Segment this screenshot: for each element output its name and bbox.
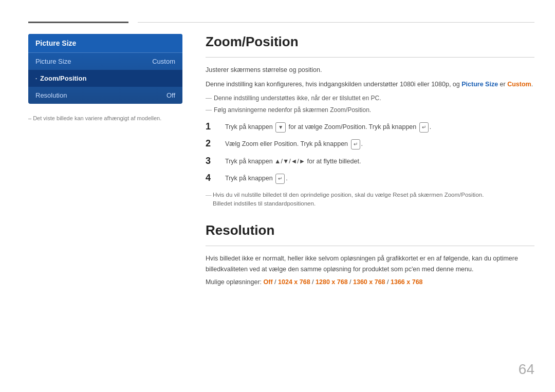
zoom-position-title: Zoom/Position	[206, 34, 534, 50]
section-divider-2	[206, 246, 534, 246]
menu-item-resolution[interactable]: Resolution Off	[28, 87, 182, 104]
menu-item-picture-size[interactable]: Picture Size Custom	[28, 53, 182, 70]
step-3-text: Tryk på knappen ▲/▼/◄/► for at flytte bi…	[225, 155, 361, 166]
step-2: 2 Vælg Zoom eller Position. Tryk på knap…	[206, 138, 534, 150]
top-line-long	[138, 22, 534, 23]
zoom-subtitle: Justerer skærmens størrelse og position.	[206, 65, 534, 75]
step-2-text: Vælg Zoom eller Position. Tryk på knappe…	[225, 138, 363, 150]
menu-item-resolution-value: Off	[166, 91, 175, 99]
section-divider-1	[206, 57, 534, 58]
right-content: Zoom/Position Justerer skærmens størrels…	[206, 34, 534, 286]
step-4-text: Tryk på knappen ↵.	[225, 172, 288, 184]
btn-enter-2: ↵	[351, 139, 360, 150]
top-line-short	[28, 22, 128, 23]
note-follow: Følg anvisningerne nedenfor på skærmen Z…	[206, 105, 534, 115]
resolution-title: Resolution	[206, 222, 534, 238]
zoom-note1: Denne indstilling kan konfigureres, hvis…	[206, 79, 534, 89]
menu-item-resolution-label: Resolution	[35, 91, 67, 99]
step-number-2: 2	[206, 138, 221, 150]
menu-item-zoom-position[interactable]: · Zoom/Position	[28, 70, 182, 87]
top-lines	[0, 22, 555, 23]
step-1: 1 Tryk på knappen ▼ for at vælge Zoom/Po…	[206, 121, 534, 133]
step-4: 4 Tryk på knappen ↵.	[206, 172, 534, 184]
resolution-section: Resolution Hvis billedet ikke er normalt…	[206, 222, 534, 286]
active-dot: ·	[35, 76, 37, 82]
note-pc: Denne indstilling understøttes ikke, når…	[206, 94, 534, 103]
btn-down: ▼	[275, 122, 286, 133]
btn-enter-4: ↵	[275, 174, 285, 184]
model-note: – Det viste billede kan variere afhængig…	[28, 115, 182, 121]
page-number: 64	[519, 361, 534, 378]
step-3: 3 Tryk på knappen ▲/▼/◄/► for at flytte …	[206, 155, 534, 167]
menu-box: Picture Size Picture Size Custom · Zoom/…	[28, 34, 182, 104]
step-note: Hvis du vil nulstille billedet til den o…	[206, 191, 534, 209]
left-panel: Picture Size Picture Size Custom · Zoom/…	[28, 34, 182, 121]
menu-item-picture-size-label: Picture Size	[35, 58, 71, 65]
menu-title: Picture Size	[28, 34, 182, 53]
resolution-desc: Hvis billedet ikke er normalt, heller ik…	[206, 253, 534, 274]
btn-enter-1: ↵	[419, 122, 429, 133]
step-1-text: Tryk på knappen ▼ for at vælge Zoom/Posi…	[225, 121, 431, 133]
steps-list: 1 Tryk på knappen ▼ for at vælge Zoom/Po…	[206, 121, 534, 184]
menu-item-picture-size-value: Custom	[152, 58, 175, 65]
step-number-3: 3	[206, 155, 221, 167]
step-number-4: 4	[206, 172, 221, 184]
menu-item-zoom-position-label: · Zoom/Position	[35, 74, 86, 82]
resolution-options: Mulige opløsninger: Off / 1024 x 768 / 1…	[206, 278, 534, 286]
step-number-1: 1	[206, 121, 221, 133]
